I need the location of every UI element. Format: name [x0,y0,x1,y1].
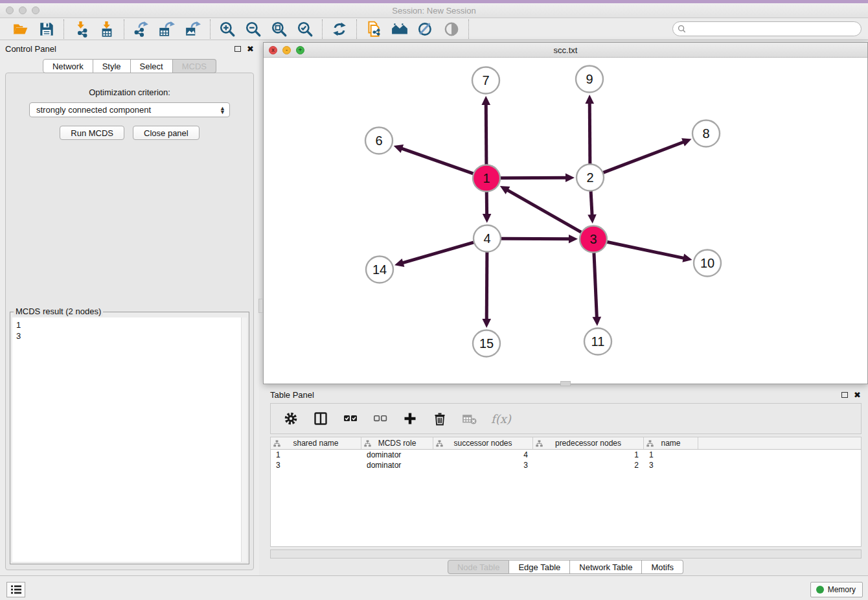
control-panel-title: Control Panel [5,44,56,54]
tab-motifs[interactable]: Motifs [642,560,683,574]
edge-1-7[interactable] [486,100,486,165]
column-header-predecessor-nodes[interactable]: predecessor nodes [533,437,644,449]
node-label-10: 10 [700,256,714,270]
graph-node-6[interactable]: 6 [365,128,393,154]
apply-layout-icon[interactable] [328,19,351,39]
zoom-out-icon[interactable] [242,19,265,39]
close-table-panel-icon[interactable]: ✖ [854,391,861,399]
column-header-label: predecessor nodes [555,439,621,448]
search-input[interactable] [689,25,861,34]
run-mcds-button[interactable]: Run MCDS [60,126,124,140]
close-panel-icon[interactable]: ✖ [247,45,254,53]
gear-icon[interactable] [282,410,299,427]
network-view-window: scc.txt x - + 1234678910111415 [263,42,868,384]
open-session-icon[interactable] [9,19,32,39]
search-box[interactable] [672,21,862,36]
zoom-in-icon[interactable] [216,19,239,39]
optimization-criterion-dropdown[interactable]: strongly connected component ▲▼ [29,102,230,117]
node-table[interactable]: shared name MCDS role successor nodes pr… [270,437,862,547]
import-network-icon[interactable] [69,19,93,39]
delete-table-icon[interactable] [461,410,478,427]
export-network-icon[interactable] [130,19,153,39]
edge-4-15[interactable] [486,252,487,323]
tab-network[interactable]: Network [43,59,93,73]
graph-node-15[interactable]: 15 [473,330,500,357]
zoom-network-icon[interactable]: + [296,46,304,54]
graph-node-4[interactable]: 4 [474,225,501,252]
edge-1-2[interactable] [500,178,570,178]
import-table-icon[interactable] [95,19,119,39]
network-window-titlebar[interactable]: scc.txt x - + [264,43,867,58]
edge-arrow-4-3 [569,235,578,244]
delete-column-icon[interactable] [431,410,448,427]
horizontal-splitter-handle[interactable] [560,381,571,386]
fx-icon[interactable]: f(x) [491,412,511,426]
task-history-button[interactable] [6,582,25,597]
close-panel-button[interactable]: Close panel [133,126,200,140]
column-header-name[interactable]: name [644,437,698,449]
tab-mcds[interactable]: MCDS [173,59,216,73]
graph-node-9[interactable]: 9 [576,66,603,93]
control-panel-header: Control Panel ✖ [0,40,259,57]
float-panel-icon[interactable] [234,46,241,52]
table-tabs: Node TableEdge TableNetwork TableMotifs [263,560,868,575]
save-session-icon[interactable] [35,19,58,39]
tab-edge-table[interactable]: Edge Table [509,560,570,574]
column-header-shared-name[interactable]: shared name [271,437,361,449]
export-image-icon[interactable] [181,19,205,39]
result-scrollbar[interactable] [241,317,247,562]
column-type-icon [646,440,654,447]
edge-1-6[interactable] [398,147,474,174]
table-row[interactable]: 1dominator411 [271,450,861,460]
edge-2-9[interactable] [589,99,590,164]
edge-2-8[interactable] [603,141,687,173]
table-header-row: shared name MCDS role successor nodes pr… [271,437,861,450]
tab-node-table[interactable]: Node Table [448,560,510,574]
graph-node-10[interactable]: 10 [694,250,721,277]
edge-3-10[interactable] [607,242,688,259]
graph-node-1[interactable]: 1 [473,165,500,192]
zoom-selected-icon[interactable] [293,19,317,39]
tab-select[interactable]: Select [131,59,173,73]
hide-graphics-icon[interactable] [414,19,437,39]
close-network-icon[interactable]: x [269,46,277,54]
edge-4-14[interactable] [399,242,474,264]
add-column-icon[interactable] [402,410,418,427]
minimize-network-icon[interactable]: - [282,46,291,54]
memory-status-icon [816,586,824,594]
birds-eye-icon[interactable] [440,19,463,39]
clone-network-icon[interactable] [362,19,385,39]
toolbar-group [357,19,468,39]
table-row[interactable]: 3dominator323 [271,460,861,470]
edge-3-1[interactable] [504,188,582,232]
node-label-1: 1 [483,171,490,185]
network-graph[interactable]: 1234678910111415 [264,58,867,384]
table-scrollbar[interactable] [270,549,862,559]
column-header-successor-nodes[interactable]: successor nodes [433,437,533,449]
select-all-icon[interactable] [342,410,359,427]
float-table-panel-icon[interactable] [841,392,848,398]
edge-4-3[interactable] [501,238,573,239]
tab-style[interactable]: Style [93,59,131,73]
export-table-icon[interactable] [155,19,179,39]
graph-node-11[interactable]: 11 [584,329,611,355]
graph-node-7[interactable]: 7 [472,67,499,94]
table-cell: dominator [361,450,433,460]
zoom-fit-icon[interactable] [268,19,291,39]
columns-icon[interactable] [312,410,329,427]
home-icon[interactable] [388,19,411,39]
unselect-all-icon[interactable] [372,410,389,427]
vertical-splitter-handle[interactable] [258,299,263,313]
column-header-MCDS-role[interactable]: MCDS role [361,437,433,449]
tab-network-table[interactable]: Network Table [570,560,642,574]
graph-node-2[interactable]: 2 [577,165,604,191]
edge-3-11[interactable] [594,253,597,321]
graph-node-8[interactable]: 8 [692,121,720,147]
node-label-8: 8 [702,126,709,141]
edge-arrow-4-15 [482,319,491,328]
mcds-result-area[interactable]: 1 3 [12,317,247,562]
graph-node-14[interactable]: 14 [366,257,393,283]
network-canvas[interactable]: 1234678910111415 [264,58,867,384]
graph-node-3[interactable]: 3 [580,226,607,253]
memory-button[interactable]: Memory [810,582,863,597]
